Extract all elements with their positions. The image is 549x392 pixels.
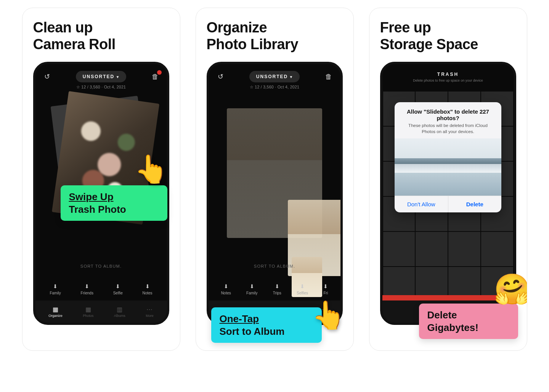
tab-albums[interactable]: ▥Albums — [114, 306, 125, 318]
album-item[interactable]: ⬇Fri — [323, 283, 328, 295]
album-row: ⬇Notes ⬇Family ⬇Trips ⬇Selfies ⬇Fri — [209, 283, 340, 295]
download-icon: ⬇ — [323, 283, 328, 289]
download-icon: ⬇ — [224, 283, 228, 289]
title-line-1: Clean up — [33, 19, 93, 35]
system-alert: Allow "Slidebox" to delete 227 photos? T… — [395, 102, 501, 212]
undo-button[interactable]: ↺ — [42, 72, 52, 82]
download-icon: ⬇ — [116, 283, 120, 289]
chevron-down-icon: ▾ — [117, 75, 119, 79]
album-item[interactable]: ⬇Family — [246, 283, 257, 295]
album-item[interactable]: ⬇Friends — [81, 283, 93, 295]
phone-topbar: ↺ UNSORTED ▾ 🗑 — [35, 64, 167, 85]
panel-organize: Organize Photo Library ↺ UNSORTED ▾ 🗑 ☆ … — [196, 8, 354, 351]
pill-label: UNSORTED — [256, 74, 288, 79]
more-icon: ⋯ — [146, 306, 152, 313]
download-icon: ⬇ — [300, 283, 305, 289]
download-icon: ⬇ — [275, 283, 279, 289]
card-stack[interactable] — [209, 93, 340, 280]
callout-delete: Delete Gigabytes! — [419, 304, 518, 339]
alert-title: Allow "Slidebox" to delete 227 photos? — [395, 102, 501, 123]
filter-pill[interactable]: UNSORTED ▾ — [76, 71, 126, 82]
tab-more[interactable]: ⋯More — [146, 306, 154, 318]
title-line-2: Storage Space — [380, 36, 478, 52]
title-line-2: Photo Library — [207, 36, 299, 52]
tab-photos[interactable]: ▦Photos — [83, 306, 93, 318]
panel-title: Clean up Camera Roll — [33, 19, 169, 53]
callout-strong: Delete — [427, 309, 457, 321]
album-item[interactable]: ⬇Trips — [273, 283, 281, 295]
tab-bar: ▦Organize ▦Photos ▥Albums ⋯More — [35, 300, 167, 323]
sort-label: SORT TO ALBUM. — [35, 264, 167, 268]
app-store-panels: Clean up Camera Roll ↺ UNSORTED ▾ 🗑 ☆ 12… — [22, 8, 527, 351]
callout-swipe-up: Swipe Up Trash Photo — [61, 185, 167, 221]
download-icon: ⬇ — [85, 283, 89, 289]
callout-strong: Swipe Up — [69, 191, 114, 202]
callout-one-tap: One-Tap Sort to Album — [211, 307, 322, 343]
chevron-down-icon: ▾ — [290, 75, 293, 79]
album-item[interactable]: ⬇Notes — [221, 283, 231, 295]
panel-clean-up: Clean up Camera Roll ↺ UNSORTED ▾ 🗑 ☆ 12… — [22, 8, 180, 351]
tab-organize[interactable]: ▦Organize — [48, 306, 63, 318]
trash-button[interactable]: 🗑 — [324, 72, 334, 82]
hand-emoji: 👆 — [134, 153, 169, 185]
album-item[interactable]: ⬇Selfie — [113, 283, 123, 295]
callout-strong: One-Tap — [220, 313, 259, 325]
albums-icon: ▥ — [117, 306, 122, 313]
organize-icon: ▦ — [53, 306, 58, 313]
title-line-2: Camera Roll — [33, 36, 116, 52]
title-line-1: Organize — [207, 19, 267, 35]
hug-emoji: 🤗 — [494, 272, 527, 307]
alert-dont-allow-button[interactable]: Don't Allow — [395, 196, 448, 212]
phone-topbar: ↺ UNSORTED ▾ 🗑 — [209, 64, 340, 85]
callout-rest: Sort to Album — [220, 326, 285, 337]
album-row: ⬇Family ⬇Friends ⬇Selfie ⬇Notes — [35, 283, 167, 295]
panel-title: Free up Storage Space — [380, 19, 516, 53]
alert-body: These photos will be deleted from iCloud… — [395, 123, 501, 138]
panel-free-up: Free up Storage Space TRASH Delete photo… — [369, 8, 527, 351]
download-icon: ⬇ — [53, 283, 58, 289]
callout-rest: Trash Photo — [69, 204, 126, 215]
pill-label: UNSORTED — [83, 74, 114, 79]
download-icon: ⬇ — [145, 283, 150, 289]
alert-delete-button[interactable]: Delete — [448, 196, 502, 212]
notification-badge — [157, 70, 162, 75]
photo-meta: ☆ 12 / 3,560 · Oct 4, 2021 — [35, 85, 167, 93]
album-item[interactable]: ⬇Notes — [142, 283, 152, 295]
phone-mockup: ↺ UNSORTED ▾ 🗑 ☆ 12 / 3,560 · Oct 4, 202… — [207, 62, 343, 325]
hand-emoji: 👆 — [311, 299, 346, 331]
panel-title: Organize Photo Library — [207, 19, 343, 53]
download-icon: ⬇ — [250, 283, 254, 289]
undo-button[interactable]: ↺ — [216, 72, 226, 82]
callout-rest: Gigabytes! — [427, 322, 478, 333]
title-line-1: Free up — [380, 19, 431, 35]
trash-screen-title: TRASH — [382, 64, 514, 77]
photo-meta: ☆ 12 / 3,560 · Oct 4, 2021 — [209, 85, 340, 93]
sort-label: SORT TO ALBUM. — [209, 264, 340, 268]
filter-pill[interactable]: UNSORTED ▾ — [249, 71, 300, 82]
trash-screen-subtitle: Delete photos to free up space on your d… — [382, 77, 514, 86]
alert-preview-image — [395, 138, 501, 196]
trash-button[interactable]: 🗑 — [150, 72, 160, 82]
album-item[interactable]: ⬇Family — [50, 283, 61, 295]
alert-actions: Don't Allow Delete — [395, 196, 501, 212]
photos-icon: ▦ — [85, 306, 91, 313]
album-item[interactable]: ⬇Selfies — [297, 283, 308, 295]
